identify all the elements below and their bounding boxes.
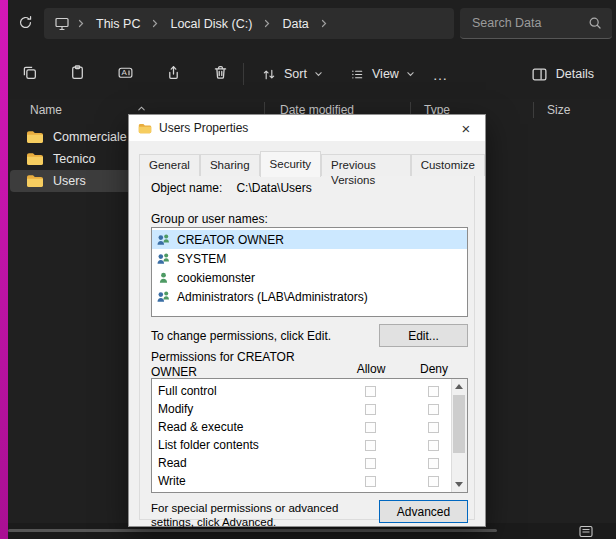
allow-checkbox[interactable] [365, 458, 376, 469]
search-box[interactable] [460, 8, 612, 39]
principal-cookiemonster[interactable]: cookiemonster [152, 268, 467, 287]
search-input[interactable] [470, 15, 582, 31]
details-pane-button[interactable]: Details [521, 57, 604, 91]
dialog-title: Users Properties [159, 121, 444, 135]
trash-icon [212, 64, 229, 85]
details-pane-icon [531, 67, 548, 82]
rename-icon: A [117, 64, 134, 85]
group-icon [156, 233, 171, 246]
allow-checkbox[interactable] [365, 440, 376, 451]
share-icon [165, 64, 182, 85]
column-divider[interactable] [533, 102, 534, 118]
edit-hint: To change permissions, click Edit. [151, 329, 331, 343]
tab-previous-versions[interactable]: Previous Versions [321, 154, 411, 176]
advanced-button[interactable]: Advanced [379, 500, 468, 523]
permission-row-full-control[interactable]: Full control [152, 382, 452, 400]
principal-name: SYSTEM [177, 252, 226, 266]
view-icon [349, 67, 365, 82]
deny-checkbox[interactable] [428, 440, 439, 451]
permission-name: Read & execute [158, 420, 351, 434]
chevron-right-icon [263, 17, 271, 31]
delete-button[interactable] [201, 57, 239, 91]
deny-checkbox[interactable] [428, 404, 439, 415]
view-toggle-icon[interactable] [578, 524, 594, 539]
scroll-down-icon[interactable] [452, 477, 466, 492]
search-icon [588, 16, 602, 30]
svg-text:A: A [121, 68, 127, 77]
breadcrumb: This PC Local Disk (C:) Data [44, 8, 454, 39]
breadcrumb-data[interactable]: Data [278, 15, 312, 33]
view-button[interactable]: View [340, 57, 424, 91]
permissions-for-label: Permissions for CREATOR OWNER [151, 350, 311, 380]
scroll-up-icon[interactable] [452, 379, 466, 394]
sort-label: Sort [284, 67, 307, 81]
group-icon [156, 290, 171, 303]
principal-name: cookiemonster [177, 271, 255, 285]
user-icon [156, 271, 171, 284]
chevron-down-icon [314, 70, 323, 78]
this-pc-icon [54, 16, 70, 31]
tab-security[interactable]: Security [260, 151, 322, 177]
chevron-down-icon [406, 70, 415, 78]
share-button[interactable] [154, 57, 192, 91]
more-options-button[interactable]: … [424, 57, 456, 91]
permission-row-read[interactable]: Read [152, 454, 452, 472]
sort-icon [261, 67, 277, 82]
file-name: Tecnico [53, 152, 95, 166]
tab-sharing[interactable]: Sharing [200, 154, 260, 176]
principal-administrators[interactable]: Administrators (LAB\Administrators) [152, 287, 467, 306]
paste-icon [69, 64, 86, 85]
object-name-row: Object name: C:\Data\Users [151, 181, 312, 195]
allow-checkbox[interactable] [365, 404, 376, 415]
folder-icon [138, 123, 152, 134]
permission-row-modify[interactable]: Modify [152, 400, 452, 418]
object-name-value: C:\Data\Users [236, 181, 311, 195]
deny-checkbox[interactable] [428, 386, 439, 397]
deny-checkbox[interactable] [428, 476, 439, 487]
refresh-button[interactable] [12, 13, 38, 35]
group-icon [156, 252, 171, 265]
group-list-label: Group or user names: [151, 212, 268, 226]
scrollbar-thumb[interactable] [453, 395, 465, 453]
principal-system[interactable]: SYSTEM [152, 249, 467, 268]
permission-row-read-execute[interactable]: Read & execute [152, 418, 452, 436]
chevron-right-icon [151, 17, 159, 31]
deny-checkbox[interactable] [428, 458, 439, 469]
paste-button[interactable] [58, 57, 96, 91]
permission-name: List folder contents [158, 438, 351, 452]
copy-icon [21, 64, 38, 85]
deny-checkbox[interactable] [428, 422, 439, 433]
allow-checkbox[interactable] [365, 386, 376, 397]
folder-icon [26, 152, 44, 166]
allow-checkbox[interactable] [365, 422, 376, 433]
file-explorer-window: This PC Local Disk (C:) Data [0, 0, 616, 539]
vertical-scrollbar[interactable] [451, 379, 467, 492]
dialog-title-bar[interactable]: Users Properties × [129, 115, 485, 141]
column-header-name[interactable]: Name [30, 103, 62, 117]
details-label: Details [556, 67, 594, 81]
permission-name: Modify [158, 402, 351, 416]
tab-general[interactable]: General [139, 154, 200, 176]
allow-checkbox[interactable] [365, 476, 376, 487]
permission-row-write[interactable]: Write [152, 472, 452, 490]
breadcrumb-local-disk-c[interactable]: Local Disk (C:) [166, 15, 256, 33]
breadcrumb-this-pc[interactable]: This PC [92, 15, 144, 33]
close-icon[interactable]: × [451, 117, 481, 139]
permission-name: Write [158, 474, 351, 488]
allow-column-header: Allow [351, 362, 391, 376]
sort-button[interactable]: Sort [252, 57, 332, 91]
edit-button[interactable]: Edit... [379, 324, 468, 347]
view-label: View [372, 67, 399, 81]
refresh-icon [18, 15, 33, 34]
permission-row-list-folder-contents[interactable]: List folder contents [152, 436, 452, 454]
tab-customize[interactable]: Customize [411, 154, 485, 176]
column-header-size[interactable]: Size [547, 103, 570, 117]
ellipsis-icon: … [433, 66, 448, 83]
copy-button[interactable] [10, 57, 48, 91]
file-name: Commerciale [53, 130, 127, 144]
principal-creator-owner[interactable]: CREATOR OWNER [152, 230, 467, 249]
dialog-tab-strip: General Sharing Security Previous Versio… [139, 151, 485, 176]
advanced-hint: For special permissions or advanced sett… [151, 501, 375, 530]
permission-name: Full control [158, 384, 351, 398]
rename-button[interactable]: A [106, 57, 144, 91]
